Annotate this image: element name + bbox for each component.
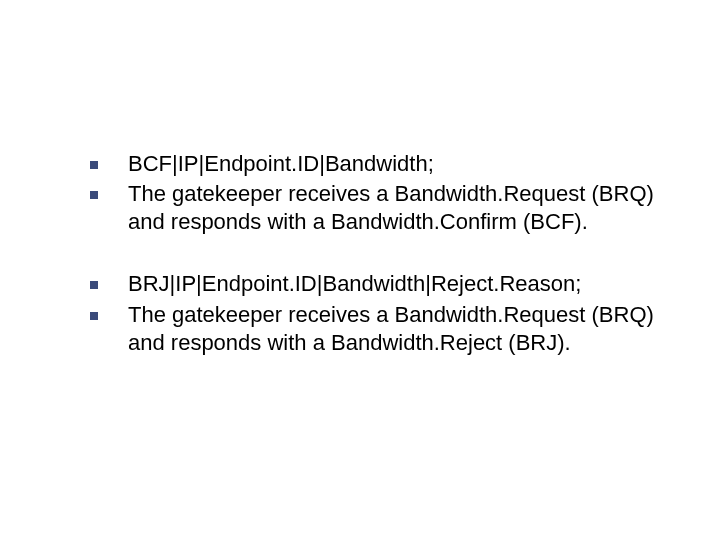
list-item: BRJ|IP|Endpoint.ID|Bandwidth|Reject.Reas… xyxy=(80,270,660,298)
square-bullet-icon xyxy=(90,312,98,320)
bullet-text: The gatekeeper receives a Bandwidth.Requ… xyxy=(128,180,660,236)
bullet-text: BCF|IP|Endpoint.ID|Bandwidth; xyxy=(128,150,434,178)
square-bullet-icon xyxy=(90,161,98,169)
square-bullet-icon xyxy=(90,191,98,199)
square-bullet-icon xyxy=(90,281,98,289)
list-item: The gatekeeper receives a Bandwidth.Requ… xyxy=(80,180,660,236)
bullet-text: The gatekeeper receives a Bandwidth.Requ… xyxy=(128,301,660,357)
bullet-text: BRJ|IP|Endpoint.ID|Bandwidth|Reject.Reas… xyxy=(128,270,581,298)
list-item: The gatekeeper receives a Bandwidth.Requ… xyxy=(80,301,660,357)
bullet-block: BCF|IP|Endpoint.ID|Bandwidth; The gateke… xyxy=(80,150,660,236)
slide: BCF|IP|Endpoint.ID|Bandwidth; The gateke… xyxy=(0,0,720,540)
bullet-block: BRJ|IP|Endpoint.ID|Bandwidth|Reject.Reas… xyxy=(80,270,660,356)
list-item: BCF|IP|Endpoint.ID|Bandwidth; xyxy=(80,150,660,178)
